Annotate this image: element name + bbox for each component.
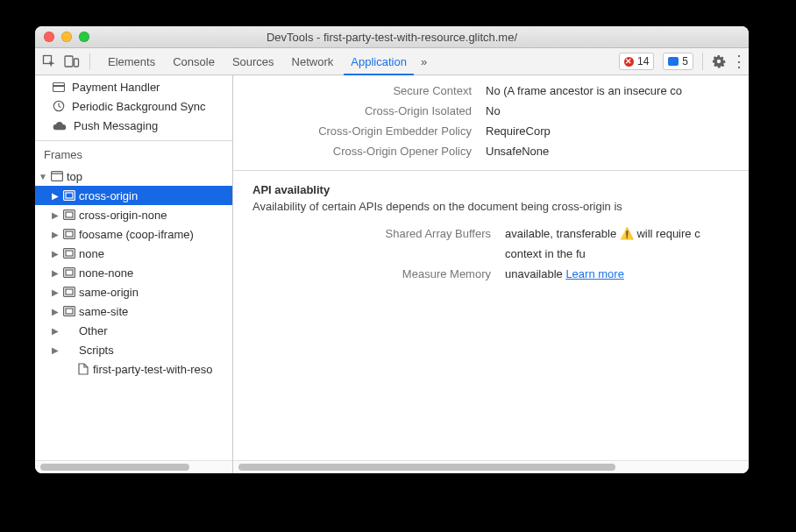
iframe-icon: [63, 189, 75, 202]
disclosure-triangle-icon[interactable]: ▶: [51, 345, 60, 355]
panel-tabs: Elements Console Sources Network Applica…: [99, 48, 432, 74]
disclosure-triangle-icon[interactable]: ▶: [51, 307, 60, 316]
section-title: API availablity: [252, 183, 729, 196]
iframe-icon: [63, 209, 75, 221]
sidebar-item-label: Push Messaging: [74, 119, 158, 132]
disclosure-triangle-icon[interactable]: ▶: [51, 326, 60, 336]
detail-value: available, transferable ⚠️ will require …: [505, 227, 729, 240]
sidebar-item-push-messaging[interactable]: Push Messaging: [35, 116, 232, 135]
zoom-window-button[interactable]: [79, 32, 89, 42]
tab-label: Network: [292, 55, 334, 68]
frame-tree-node[interactable]: first-party-test-with-reso: [35, 359, 232, 379]
iframe-icon: [63, 247, 75, 259]
tab-console[interactable]: Console: [164, 48, 224, 74]
frame-tree-node[interactable]: ▶cross-origin: [35, 186, 232, 205]
window-controls: [44, 32, 89, 42]
cloud-icon: [53, 121, 67, 131]
tab-network[interactable]: Network: [283, 48, 343, 74]
settings-button[interactable]: [712, 54, 726, 68]
window-title: DevTools - first-party-test-with-resourc…: [35, 31, 749, 44]
tab-label: Console: [173, 55, 215, 68]
none-icon: [63, 344, 75, 356]
devtools-window: DevTools - first-party-test-with-resourc…: [35, 26, 749, 473]
sidebar-item-periodic-sync[interactable]: Periodic Background Sync: [35, 96, 232, 116]
detail-value: No (A frame ancestor is an insecure co: [486, 84, 749, 97]
none-icon: [63, 324, 75, 337]
frame-tree-node[interactable]: ▶same-site: [35, 301, 232, 321]
svg-rect-3: [53, 82, 65, 91]
tab-application[interactable]: Application: [342, 48, 416, 74]
frame-tree-node[interactable]: ▶Other: [35, 321, 232, 340]
titlebar: DevTools - first-party-test-with-resourc…: [35, 26, 749, 48]
detail-key: Cross-Origin Isolated: [233, 104, 486, 117]
tree-node-label: cross-origin: [79, 189, 138, 202]
warning-text: ⚠️ will require c: [620, 227, 700, 240]
clock-icon: [53, 100, 65, 112]
detail-row: Cross-Origin IsolatedNo: [233, 101, 749, 121]
svg-rect-15: [66, 251, 73, 256]
toolbar-divider: [702, 53, 703, 70]
disclosure-triangle-icon[interactable]: ▶: [51, 287, 60, 297]
detail-key: Secure Context: [233, 84, 486, 97]
close-window-button[interactable]: [44, 32, 54, 42]
messages-count: 5: [682, 55, 688, 67]
error-icon: ✕: [624, 57, 634, 67]
detail-value: No: [486, 104, 749, 117]
errors-count: 14: [637, 55, 649, 67]
detail-key: Shared Array Buffers: [252, 227, 505, 240]
detail-value: RequireCorp: [486, 124, 749, 138]
minimize-window-button[interactable]: [61, 32, 72, 42]
device-toolbar-icon[interactable]: [63, 53, 81, 70]
section-subtitle: Availability of certain APIs depends on …: [252, 200, 729, 213]
iframe-icon: [63, 305, 75, 317]
frame-tree-node[interactable]: ▶foosame (coop-iframe): [35, 224, 232, 244]
detail-value: context in the fu: [505, 247, 729, 260]
tree-node-label: Scripts: [79, 344, 114, 357]
iframe-icon: [63, 228, 75, 240]
frames-tree: ▼top▶cross-origin▶cross-origin-none▶foos…: [35, 167, 232, 384]
application-sidebar: Payment Handler Periodic Background Sync…: [35, 75, 233, 473]
sidebar-item-payment-handler[interactable]: Payment Handler: [35, 77, 232, 96]
detail-row: Cross-Origin Opener PolicyUnsafeNone: [233, 141, 749, 161]
sidebar-item-label: Payment Handler: [72, 81, 160, 94]
messages-counter[interactable]: 5: [663, 53, 693, 70]
disclosure-triangle-icon[interactable]: ▶: [51, 249, 60, 259]
detail-value: UnsafeNone: [486, 145, 749, 158]
iframe-icon: [63, 266, 75, 279]
disclosure-triangle-icon[interactable]: ▶: [51, 268, 60, 278]
tab-label: Elements: [108, 55, 155, 68]
disclosure-triangle-icon[interactable]: ▶: [51, 210, 60, 220]
disclosure-triangle-icon[interactable]: ▶: [51, 191, 60, 201]
frame-tree-node[interactable]: ▶Scripts: [35, 340, 232, 359]
tab-sources[interactable]: Sources: [224, 48, 283, 74]
learn-more-link[interactable]: Learn more: [565, 267, 623, 280]
detail-row: Cross-Origin Embedder PolicyRequireCorp: [233, 121, 749, 141]
svg-rect-19: [66, 289, 73, 294]
frame-tree-node[interactable]: ▼top: [35, 167, 232, 186]
inspect-element-icon[interactable]: [40, 53, 58, 70]
tree-node-label: cross-origin-none: [79, 209, 167, 222]
frame-tree-node[interactable]: ▶cross-origin-none: [35, 205, 232, 224]
svg-rect-21: [66, 309, 73, 314]
tree-node-label: first-party-test-with-reso: [93, 363, 213, 376]
sidebar-horizontal-scrollbar[interactable]: [35, 460, 232, 473]
tabs-overflow-button[interactable]: »: [416, 48, 432, 74]
more-button[interactable]: ⋮: [731, 55, 743, 67]
detail-key: Cross-Origin Embedder Policy: [233, 124, 486, 138]
detail-row: Shared Array Buffersavailable, transfera…: [252, 223, 729, 244]
chevron-double-right-icon: »: [421, 55, 427, 68]
main-horizontal-scrollbar[interactable]: [233, 460, 749, 473]
detail-row: Measure Memoryunavailable Learn more: [252, 264, 729, 284]
tab-label: Sources: [232, 55, 274, 68]
errors-counter[interactable]: ✕ 14: [619, 53, 654, 70]
tab-elements[interactable]: Elements: [99, 48, 164, 74]
disclosure-triangle-icon[interactable]: ▶: [51, 230, 60, 239]
frame-tree-node[interactable]: ▶same-origin: [35, 282, 232, 301]
svg-rect-11: [66, 212, 73, 217]
detail-key: Cross-Origin Opener Policy: [233, 145, 486, 158]
frame-tree-node[interactable]: ▶none-none: [35, 263, 232, 282]
frame-tree-node[interactable]: ▶none: [35, 244, 232, 263]
svg-rect-13: [66, 231, 73, 237]
disclosure-triangle-icon[interactable]: ▼: [39, 172, 47, 181]
detail-value: unavailable Learn more: [505, 267, 729, 280]
